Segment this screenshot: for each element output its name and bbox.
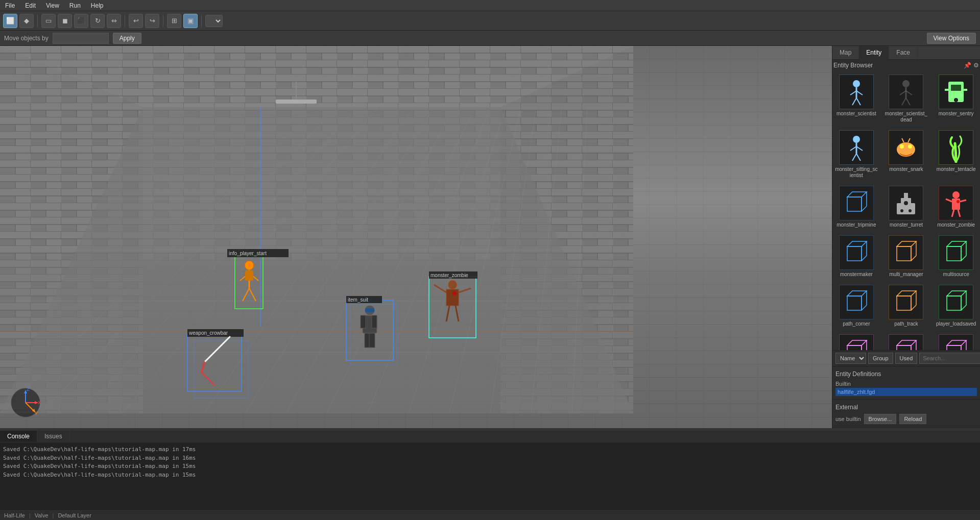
entity-name: monster_tentacle: [937, 166, 976, 172]
view-options-button[interactable]: View Options: [927, 33, 976, 44]
svg-line-130: [952, 210, 954, 217]
move-input[interactable]: 0.0 0.0 0.0: [53, 33, 109, 44]
console-line: Saved C:\QuakeDev\half-life-maps\tutoria…: [3, 462, 977, 471]
entity-item[interactable]: e17: [882, 332, 930, 350]
entity-item[interactable]: monster_sitting_scientist: [832, 128, 880, 181]
entity-browser-title: Entity Browser 📌 ⚙: [832, 60, 980, 72]
menu-help[interactable]: Help: [89, 1, 106, 10]
menu-run[interactable]: Run: [67, 1, 83, 10]
console-line: Saved C:\QuakeDev\half-life-maps\tutoria…: [3, 454, 977, 463]
filter-search-input[interactable]: [919, 353, 980, 364]
entity-item[interactable]: path_track: [882, 282, 930, 330]
sep-1: |: [29, 512, 31, 518]
menu-edit[interactable]: Edit: [23, 1, 38, 10]
external-label: use builtin: [835, 416, 861, 422]
axes-indicator: Z X Y: [10, 387, 41, 418]
svg-line-128: [946, 199, 952, 202]
menu-file[interactable]: File: [3, 1, 17, 10]
svg-rect-122: [904, 193, 908, 199]
tool-clip[interactable]: ◼: [58, 14, 72, 28]
entity-item[interactable]: monster_snark: [882, 128, 930, 181]
filter-name-select[interactable]: Name: [835, 353, 866, 364]
entity-item[interactable]: player_loadsaved: [932, 282, 980, 330]
status-halflife: Half-Life: [4, 512, 25, 518]
svg-rect-148: [847, 296, 862, 310]
svg-line-91: [852, 98, 856, 105]
svg-point-104: [853, 136, 860, 143]
tool-2d[interactable]: ⊞: [167, 14, 181, 28]
entity-name: multi_manager: [889, 271, 923, 278]
tool-rect[interactable]: ▭: [41, 14, 56, 28]
tab-map[interactable]: Map: [832, 46, 859, 59]
entity-item[interactable]: monster_tentacle: [932, 128, 980, 181]
svg-marker-159: [947, 291, 966, 296]
entity-name: monster_scientist: [836, 111, 876, 117]
pin-icon[interactable]: 📌: [964, 62, 971, 69]
tool-3d[interactable]: ▣: [183, 14, 198, 28]
svg-line-114: [908, 138, 910, 142]
svg-point-112: [908, 144, 912, 148]
tab-issues[interactable]: Issues: [37, 431, 70, 442]
svg-line-119: [862, 206, 867, 211]
svg-rect-133: [847, 246, 862, 261]
tab-face[interactable]: Face: [889, 46, 918, 59]
defs-fgd-item[interactable]: halflife_zhlt.fgd: [835, 388, 977, 396]
move-bar: Move objects by 0.0 0.0 0.0 Apply View O…: [0, 31, 980, 46]
entity-browser-scroll[interactable]: monster_scientist monster_scientist_dead…: [832, 72, 980, 350]
entity-item[interactable]: monster_sentry: [932, 72, 980, 126]
tab-entity[interactable]: Entity: [859, 46, 889, 60]
entity-item[interactable]: e16: [832, 332, 880, 350]
toolbar: ⬜ ◆ ▭ ◼ ⬛ ↻ ⇔ ↩ ↪ ⊞ ▣ Grid 16 (function(…: [0, 11, 980, 31]
status-layer: Default Layer: [58, 512, 91, 518]
entity-name: path_corner: [843, 321, 870, 327]
svg-point-110: [897, 142, 915, 157]
filter-used-btn[interactable]: Used: [895, 353, 918, 364]
tool-rotate[interactable]: ↻: [90, 14, 105, 28]
entity-item[interactable]: monster_tripmine: [832, 183, 880, 231]
entity-item[interactable]: e18: [932, 332, 980, 350]
viewport-3d[interactable]: info_player_start weapon_crowbar: [0, 46, 832, 428]
grid-select[interactable]: Grid 16: [205, 15, 223, 27]
entity-name: monstermaker: [840, 271, 873, 278]
settings-icon[interactable]: ⚙: [973, 62, 979, 69]
menu-view[interactable]: View: [44, 1, 61, 10]
browse-button[interactable]: Browse...: [864, 414, 897, 424]
entity-item[interactable]: monster_zombie: [932, 183, 980, 231]
apply-button[interactable]: Apply: [113, 33, 141, 44]
svg-line-129: [960, 200, 966, 202]
svg-text:Z: Z: [27, 387, 30, 392]
svg-line-113: [902, 138, 904, 142]
tool-redo[interactable]: ↪: [145, 14, 159, 28]
entity-item[interactable]: multi_manager: [882, 233, 930, 280]
entity-item[interactable]: path_corner: [832, 282, 880, 330]
svg-point-87: [853, 80, 860, 87]
reload-button[interactable]: Reload: [899, 414, 926, 424]
svg-marker-144: [947, 241, 966, 246]
tool-entity[interactable]: ◆: [19, 14, 34, 28]
entity-item[interactable]: monster_turret: [882, 183, 930, 231]
entity-item[interactable]: monster_scientist: [832, 72, 880, 126]
tool-select[interactable]: ⬜: [3, 14, 17, 28]
tool-pipe[interactable]: ⬛: [74, 14, 88, 28]
entity-item[interactable]: multisource: [932, 233, 980, 280]
tab-console[interactable]: Console: [0, 431, 37, 442]
svg-line-96: [906, 91, 912, 95]
svg-line-95: [900, 91, 906, 95]
svg-marker-169: [897, 340, 916, 345]
entity-name: monster_tripmine: [836, 222, 876, 228]
svg-line-147: [961, 256, 966, 261]
entity-item[interactable]: monstermaker: [832, 233, 880, 280]
entity-grid: monster_scientist monster_scientist_dead…: [832, 72, 980, 350]
bottom-panel: Console Issues Saved C:\QuakeDev\half-li…: [0, 428, 980, 520]
tool-undo[interactable]: ↩: [129, 14, 143, 28]
svg-marker-174: [947, 340, 966, 345]
svg-rect-168: [897, 345, 911, 350]
entity-item[interactable]: monster_scientist_dead: [882, 72, 930, 126]
svg-point-103: [954, 98, 958, 102]
svg-point-123: [904, 201, 908, 205]
svg-rect-102: [962, 89, 967, 91]
entity-name: monster_turret: [890, 222, 923, 228]
tool-mirror[interactable]: ⇔: [107, 14, 121, 28]
filter-group-btn[interactable]: Group: [868, 353, 893, 364]
svg-line-89: [850, 91, 856, 95]
